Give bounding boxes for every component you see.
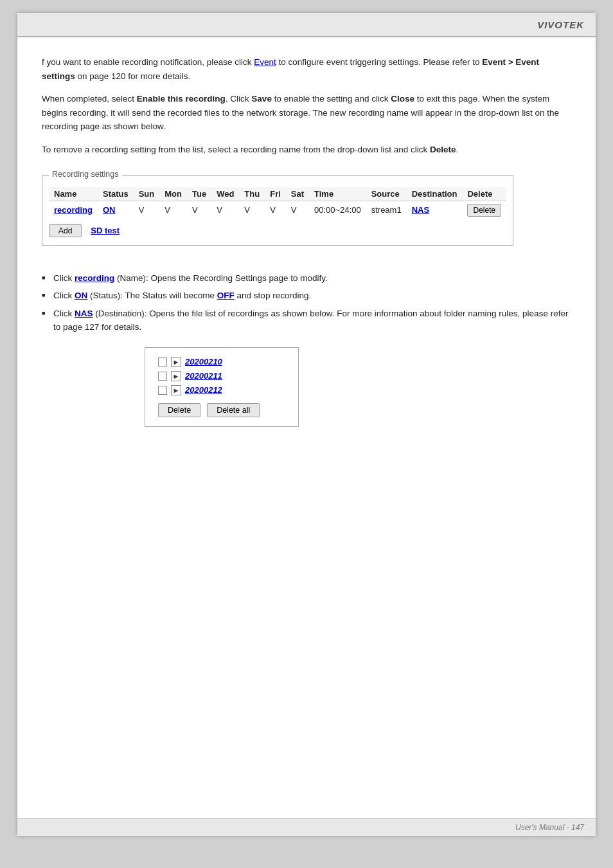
- bullet-recording-link[interactable]: recording: [75, 273, 114, 283]
- row-thu: V: [239, 201, 265, 219]
- paragraph-2: When completed, select Enable this recor…: [42, 92, 571, 134]
- footer-bar: User's Manual - 147: [17, 818, 596, 836]
- row-tue: V: [187, 201, 211, 219]
- bullet-nas-link[interactable]: NAS: [75, 309, 93, 318]
- file-link-2[interactable]: 20200211: [185, 371, 222, 381]
- col-destination: Destination: [407, 187, 463, 201]
- file-link-1[interactable]: 20200210: [185, 357, 222, 366]
- row-fri: V: [265, 201, 286, 219]
- row-time: 00:00~24:00: [309, 201, 366, 219]
- bullet-item-2: Click ON (Status): The Status will becom…: [42, 289, 571, 303]
- paragraph-1: f you want to enable recording notificat…: [42, 55, 571, 83]
- recording-status-link[interactable]: ON: [103, 205, 116, 215]
- paragraph-3: To remove a recording setting from the l…: [42, 143, 571, 157]
- file-list-box: ► 20200210 ► 20200211 ► 20200212 Delete …: [145, 347, 299, 427]
- col-sun: Sun: [134, 187, 160, 201]
- file-expand-icon-2[interactable]: ►: [171, 371, 181, 381]
- row-mon: V: [159, 201, 187, 219]
- col-source: Source: [366, 187, 407, 201]
- file-row-3: ► 20200212: [158, 385, 285, 395]
- col-fri: Fri: [265, 187, 286, 201]
- col-wed: Wed: [211, 187, 239, 201]
- file-delete-all-button[interactable]: Delete all: [207, 403, 260, 417]
- bullet-list: Click recording (Name): Opens the Record…: [42, 271, 571, 334]
- row-delete: Delete: [462, 201, 506, 219]
- event-link[interactable]: Event: [254, 57, 276, 67]
- header-bar: VIVOTEK: [17, 13, 596, 37]
- nas-link[interactable]: NAS: [412, 205, 429, 215]
- add-button[interactable]: Add: [49, 224, 82, 237]
- row-source: stream1: [366, 201, 407, 219]
- row-wed: V: [211, 201, 239, 219]
- row-sun: V: [134, 201, 160, 219]
- file-buttons: Delete Delete all: [158, 403, 285, 417]
- recording-name-link[interactable]: recording: [54, 205, 93, 215]
- file-checkbox-2[interactable]: [158, 372, 167, 381]
- col-thu: Thu: [239, 187, 265, 201]
- row-destination: NAS: [407, 201, 463, 219]
- row-status: ON: [98, 201, 134, 219]
- file-checkbox-1[interactable]: [158, 357, 167, 366]
- bullet-on-link[interactable]: ON: [75, 291, 87, 300]
- add-sdtest-row: Add SD test: [49, 224, 506, 237]
- footer-text: User's Manual - 147: [515, 823, 584, 832]
- table-row: recording ON V V V V V V V 00:00~24:00 s…: [49, 201, 506, 219]
- file-checkbox-3[interactable]: [158, 386, 167, 395]
- row-name: recording: [49, 201, 98, 219]
- file-link-3[interactable]: 20200212: [185, 385, 222, 395]
- bullet-off-link[interactable]: OFF: [217, 291, 235, 300]
- page: VIVOTEK f you want to enable recording n…: [17, 13, 596, 836]
- file-row-1: ► 20200210: [158, 357, 285, 367]
- col-sat: Sat: [286, 187, 309, 201]
- col-name: Name: [49, 187, 98, 201]
- sd-test-link[interactable]: SD test: [91, 226, 120, 235]
- recording-table: Name Status Sun Mon Tue Wed Thu Fri Sat …: [49, 187, 506, 219]
- row-sat: V: [286, 201, 309, 219]
- col-mon: Mon: [159, 187, 187, 201]
- recording-settings-box: Recording settings Name Status Sun Mon T…: [42, 175, 513, 246]
- file-expand-icon-1[interactable]: ►: [171, 357, 181, 367]
- bullet-item-1: Click recording (Name): Opens the Record…: [42, 271, 571, 285]
- row-delete-button[interactable]: Delete: [467, 204, 501, 217]
- table-header-row: Name Status Sun Mon Tue Wed Thu Fri Sat …: [49, 187, 506, 201]
- col-delete: Delete: [462, 187, 506, 201]
- brand-logo: VIVOTEK: [537, 19, 584, 30]
- col-tue: Tue: [187, 187, 211, 201]
- file-delete-button[interactable]: Delete: [158, 403, 200, 417]
- col-status: Status: [98, 187, 134, 201]
- bullet-item-3: Click NAS (Destination): Opens the file …: [42, 307, 571, 334]
- file-row-2: ► 20200211: [158, 371, 285, 381]
- main-content: f you want to enable recording notificat…: [17, 37, 596, 466]
- recording-settings-title: Recording settings: [49, 170, 122, 179]
- file-expand-icon-3[interactable]: ►: [171, 385, 181, 395]
- col-time: Time: [309, 187, 366, 201]
